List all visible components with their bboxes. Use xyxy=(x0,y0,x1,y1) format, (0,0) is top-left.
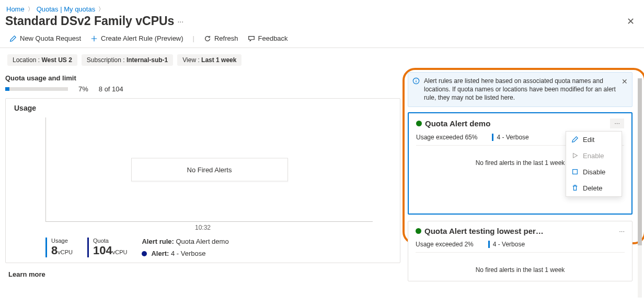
stat-label: Quota xyxy=(93,238,127,244)
filter-bar: Location : West US 2 Subscription : Inte… xyxy=(0,48,644,70)
stat-value: 8 xyxy=(51,244,58,257)
menu-label: Delete xyxy=(583,184,603,192)
pencil-icon xyxy=(9,35,17,42)
chevron-right-icon: 〉 xyxy=(98,5,104,13)
stop-icon xyxy=(571,168,579,175)
chart-x-tick: 10:32 xyxy=(14,224,392,231)
menu-label: Enable xyxy=(583,152,604,160)
menu-disable[interactable]: Disable xyxy=(566,164,622,180)
toolbar: New Quota Request Create Alert Rule (Pre… xyxy=(0,31,644,48)
alert-fired-status: No fired alerts in the last 1 week xyxy=(416,266,625,274)
menu-edit[interactable]: Edit xyxy=(566,132,622,148)
stat-label: Usage xyxy=(51,238,73,244)
stat-usage: Usage 8vCPU xyxy=(45,238,73,257)
stat-unit: vCPU xyxy=(58,249,73,255)
trash-icon xyxy=(571,184,579,192)
feedback-button[interactable]: Feedback xyxy=(248,34,288,42)
refresh-button[interactable]: Refresh xyxy=(204,34,238,42)
alert-card-title: Quota Alert testing lowest per… xyxy=(424,227,544,235)
feedback-icon xyxy=(248,35,255,42)
progress-percent: 7% xyxy=(78,85,88,93)
scrollbar[interactable] xyxy=(638,78,642,298)
toolbar-label: Create Alert Rule (Preview) xyxy=(101,34,183,42)
alert-condition: Usage exceeded 2% xyxy=(416,241,474,248)
svg-rect-1 xyxy=(573,170,578,174)
status-dot-icon xyxy=(416,228,421,234)
usage-card-title: Usage xyxy=(14,104,392,112)
page-more-icon[interactable]: ··· xyxy=(177,17,183,26)
menu-label: Edit xyxy=(583,136,594,144)
alert-card-demo[interactable]: Quota Alert demo ··· Usage exceeded 65% … xyxy=(408,112,632,215)
toolbar-label: Refresh xyxy=(214,34,238,42)
usage-chart: No Fired Alerts xyxy=(45,117,373,222)
alert-info-banner: Alert rules are listed here based on ass… xyxy=(408,72,632,107)
menu-label: Disable xyxy=(583,168,605,176)
progress-fill xyxy=(5,87,9,91)
close-icon[interactable]: ✕ xyxy=(627,16,635,27)
no-fired-alerts-message: No Fired Alerts xyxy=(131,158,288,181)
learn-more-heading: Learn more xyxy=(8,270,400,278)
card-context-menu: Edit Enable Disable Delete xyxy=(566,131,622,197)
breadcrumb: Home 〉 Quotas | My quotas 〉 xyxy=(0,0,644,13)
pencil-icon xyxy=(571,136,579,143)
stat-quota: Quota 104vCPU xyxy=(87,238,127,257)
progress-ratio: 8 of 104 xyxy=(99,85,123,93)
plus-icon xyxy=(90,35,98,42)
alert-card-lowest[interactable]: Quota Alert testing lowest per… ··· Usag… xyxy=(408,221,632,281)
alert-rule-info: Alert rule: Quota Alert demo Alert: 4 - … xyxy=(142,238,228,257)
new-quota-request-button[interactable]: New Quota Request xyxy=(9,34,81,42)
info-icon xyxy=(412,77,420,87)
filter-view[interactable]: View : Last 1 week xyxy=(177,54,242,66)
card-menu-button[interactable]: ··· xyxy=(619,227,625,235)
toolbar-label: Feedback xyxy=(258,34,288,42)
menu-enable: Enable xyxy=(566,148,622,164)
filter-location[interactable]: Location : West US 2 xyxy=(7,54,77,66)
filter-subscription[interactable]: Subscription : Internal-sub-1 xyxy=(82,54,173,66)
quota-usage-heading: Quota usage and limit xyxy=(5,74,400,82)
toolbar-separator: | xyxy=(193,34,194,42)
alert-card-title: Quota Alert demo xyxy=(425,119,490,128)
stat-value: 104 xyxy=(93,244,112,257)
info-banner-text: Alert rules are listed here based on ass… xyxy=(424,77,616,101)
quota-progress: 7% 8 of 104 xyxy=(5,85,400,93)
status-dot-icon xyxy=(416,121,422,126)
severity-dot-icon xyxy=(142,251,147,256)
menu-delete[interactable]: Delete xyxy=(566,180,622,196)
title-bar: Standard DSv2 Family vCPUs ··· ✕ xyxy=(0,13,644,31)
alert-severity: 4 - Verbose xyxy=(488,241,525,248)
scrollbar-thumb[interactable] xyxy=(638,78,642,245)
alert-severity: 4 - Verbose xyxy=(492,134,528,141)
page-title: Standard DSv2 Family vCPUs xyxy=(5,14,174,28)
progress-bar xyxy=(5,87,68,91)
play-icon xyxy=(571,152,579,159)
card-menu-button[interactable]: ··· xyxy=(610,119,624,128)
refresh-icon xyxy=(204,35,211,42)
alert-condition: Usage exceeded 65% xyxy=(416,134,477,141)
breadcrumb-home[interactable]: Home xyxy=(6,5,25,13)
create-alert-rule-button[interactable]: Create Alert Rule (Preview) xyxy=(90,34,183,42)
usage-card: Usage No Fired Alerts 10:32 Usage 8vCPU … xyxy=(5,98,400,263)
dismiss-banner-icon[interactable]: ✕ xyxy=(622,77,628,87)
breadcrumb-quotas[interactable]: Quotas | My quotas xyxy=(37,5,96,13)
stat-unit: vCPU xyxy=(112,249,128,255)
chevron-right-icon: 〉 xyxy=(28,5,33,13)
toolbar-label: New Quota Request xyxy=(20,34,81,42)
